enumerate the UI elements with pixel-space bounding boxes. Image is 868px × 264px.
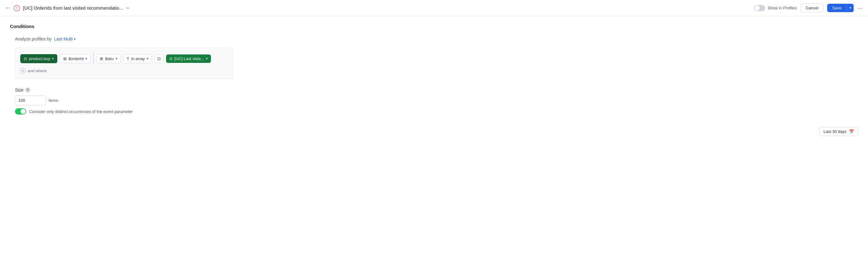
filter-param-pill[interactable]: ⊞ $sku ▾ [96,54,121,63]
analyze-mode-dropdown[interactable]: Last Multi ▾ [54,36,76,41]
date-row: Last 30 days 📅 [0,122,868,141]
size-input[interactable] [15,96,46,105]
uc-pill[interactable]: ⊙ [UC] Last viste... ▾ [166,55,211,63]
event-pill-label: product.buy [29,56,50,61]
uc-pill-icon: ⊙ [169,56,173,61]
operator-chevron-icon: ▾ [147,57,149,61]
back-button[interactable]: ← [5,5,10,11]
header-left: ← ! [UC] OrderIds from last visited reco… [5,5,750,11]
save-button[interactable]: Save [827,4,846,12]
param-pill-icon: ⊞ [63,56,67,61]
distinct-label-text: Consider only distinct occurrences of th… [29,109,133,114]
filter-param-icon: ⊞ [100,56,103,61]
main-content: Conditions Analyze profiles by Last Mult… [0,16,868,122]
event-pill-chevron-icon: ▾ [52,57,54,61]
header: ← ! [UC] OrderIds from last visited reco… [0,0,868,16]
cancel-button[interactable]: Cancel [800,3,824,12]
size-label-row: Size ? [15,88,858,93]
save-dropdown-button[interactable]: ▾ [846,4,854,12]
condition-area: ⊙ product.buy ▾ ⊞ $orderId ▾ ⊞ $sku ▾ T [15,47,233,79]
param-pill-chevron-icon: ▾ [85,57,87,61]
uc-pill-chevron-icon: ▾ [206,57,208,61]
operator-pill[interactable]: T In array ▾ [123,54,152,63]
show-in-profiles-toggle[interactable] [754,5,765,11]
save-button-group: Save ▾ [827,4,854,12]
distinct-row: Consider only distinct occurrences of th… [15,108,858,114]
and-where-button[interactable]: + and where [20,68,47,73]
edit-icon[interactable]: ✏ [126,6,130,10]
page-title: [UC] OrderIds from last visited recommen… [23,5,123,10]
and-where-row: + and where [20,68,228,73]
conditions-section-title: Conditions [10,24,858,29]
uc-pill-label: [UC] Last viste... [175,56,204,61]
size-info-icon: ? [25,88,30,93]
more-options-button[interactable]: ⋯ [858,5,863,11]
calendar-icon: 📅 [849,129,854,134]
header-right: Show in Profiles Cancel Save ▾ ⋯ [754,3,863,12]
date-range-button[interactable]: Last 30 days 📅 [819,127,858,136]
and-where-label: and where [28,68,47,73]
size-input-row: items [15,96,858,105]
array-icon-pill[interactable]: ⊡ [155,54,163,63]
param-pill[interactable]: ⊞ $orderId ▾ [60,54,91,63]
items-label: items [49,98,58,103]
event-pill-icon: ⊙ [24,56,27,61]
filter-param-chevron-icon: ▾ [116,57,118,61]
operator-label: In array [131,56,145,61]
array-box-icon: ⊡ [157,56,161,61]
filter-param-label: $sku [105,56,114,61]
analyze-row: Analyze profiles by Last Multi ▾ [15,36,858,41]
condition-row: ⊙ product.buy ▾ ⊞ $orderId ▾ ⊞ $sku ▾ T [20,53,228,64]
show-in-profiles-label: Show in Profiles [768,6,797,10]
date-range-label: Last 30 days [824,129,846,134]
error-icon: ! [14,5,20,11]
pipe-divider [93,53,94,64]
param-pill-label: $orderId [68,56,84,61]
event-pill[interactable]: ⊙ product.buy ▾ [20,54,57,63]
operator-icon: T [127,56,129,61]
analyze-mode-label: Last Multi [54,36,73,41]
size-label-text: Size [15,88,23,93]
analyze-chevron-icon: ▾ [74,37,76,41]
size-section: Size ? items Consider only distinct occu… [15,88,858,114]
analyze-prefix: Analyze profiles by [15,36,52,41]
plus-circle-icon: + [20,68,26,73]
show-in-profiles-toggle-wrapper: Show in Profiles [754,5,797,11]
distinct-toggle[interactable] [15,108,26,114]
